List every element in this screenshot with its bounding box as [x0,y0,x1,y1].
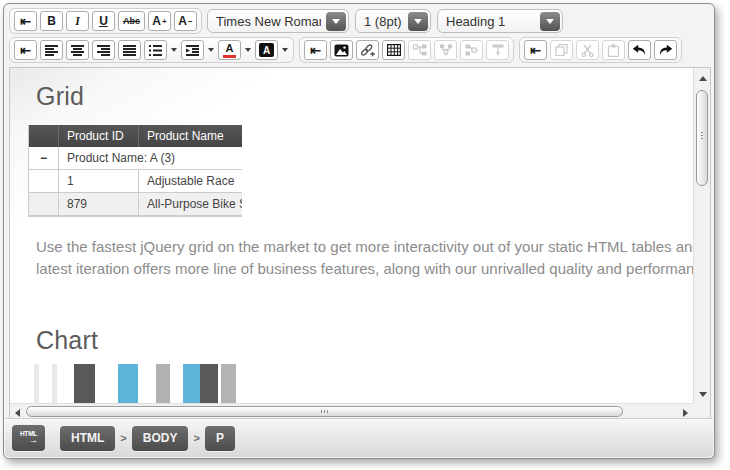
add-row-below-button[interactable] [486,40,509,60]
collapse-group-icon[interactable]: − [29,147,59,169]
redo-icon [658,44,673,56]
align-center-button[interactable] [66,40,89,60]
scrollbar-corner [693,403,710,419]
align-left-button[interactable] [40,40,63,60]
chart-bar [118,364,138,403]
format-block-select[interactable]: Heading 1 [437,9,563,33]
justify-button[interactable] [118,40,141,60]
italic-button[interactable]: I [66,11,89,31]
paragraph-line: Use the fastest jQuery grid on the marke… [36,236,693,258]
chart-bar [34,364,39,403]
scroll-right-icon[interactable] [683,409,688,417]
background-color-icon: A [259,43,274,57]
toolbar-drag-handle-icon[interactable]: ⇤ [14,40,37,60]
font-color-button[interactable]: A [218,40,241,60]
editor-window: ⇤ B I U Abc A+ A− Times New Roman 1 (8pt… [3,3,715,459]
breadcrumb-separator: > [120,432,126,444]
undo-button[interactable] [628,40,651,60]
chart-bar [52,364,57,403]
add-row-above-icon [439,44,453,56]
image-icon [334,44,349,57]
grid-section-heading: Grid [36,82,84,111]
toolbar-drag-handle-icon[interactable]: ⇤ [524,40,547,60]
font-color-caret-icon[interactable] [245,48,251,52]
bold-button[interactable]: B [40,11,63,31]
add-row-below-icon [491,44,505,56]
horizontal-scrollbar[interactable] [10,403,693,419]
add-column-left-button[interactable] [408,40,431,60]
add-column-right-button[interactable] [460,40,483,60]
breadcrumb-item-p[interactable]: P [205,426,235,451]
scroll-left-icon[interactable] [15,409,20,417]
element-path-bar: HTML → HTML > BODY > P [5,418,713,457]
vertical-scroll-thumb[interactable] [696,90,708,186]
paragraph-line: latest iteration offers more line of bus… [36,258,693,280]
view-html-button[interactable]: HTML → [12,425,45,451]
indent-button[interactable] [181,40,204,60]
insert-image-button[interactable] [330,40,353,60]
background-color-button[interactable]: A [255,40,278,60]
link-icon [360,44,375,57]
grid-header-row: Product ID Product Name [29,125,242,147]
product-name-cell: All-Purpose Bike Sta [139,193,242,215]
group-row-label: Product Name: A (3) [59,147,242,169]
grid-expand-column-header [29,125,59,147]
chevron-down-icon[interactable] [540,12,560,31]
grid-group-row: − Product Name: A (3) [29,147,242,170]
clipboard-icon [607,44,620,57]
breadcrumb-item-html[interactable]: HTML [60,426,115,451]
paste-button[interactable] [602,40,625,60]
insert-link-button[interactable] [356,40,379,60]
product-id-cell: 879 [59,193,139,215]
insert-tool-group: ⇤ [299,37,514,63]
align-right-button[interactable] [92,40,115,60]
copy-button[interactable] [550,40,573,60]
justify-icon [123,45,136,56]
indent-options-caret-icon[interactable] [208,48,214,52]
add-column-left-icon [413,44,427,56]
chart-section-heading: Chart [36,326,98,355]
underline-button[interactable]: U [92,11,115,31]
chevron-down-icon[interactable] [326,12,346,31]
font-name-select[interactable]: Times New Roman [207,9,349,33]
create-table-button[interactable] [382,40,405,60]
chart-bar [183,364,200,403]
scissors-icon [581,44,594,57]
chart-bar [200,364,218,403]
unordered-list-button[interactable] [144,40,167,60]
add-column-right-icon [465,44,479,56]
strikethrough-button[interactable]: Abc [123,16,140,26]
toolbar-drag-handle-icon[interactable]: ⇤ [14,11,37,31]
clipboard-tool-group: ⇤ [519,37,682,63]
table-row: 1 Adjustable Race [29,170,242,193]
thumb-grip-icon [701,132,703,140]
font-size-value: 1 (8pt) [364,14,403,29]
background-color-caret-icon[interactable] [282,48,288,52]
paragraph-tool-group: ⇤ [9,37,294,63]
grid-column-header: Product ID [59,125,139,147]
horizontal-scroll-thumb[interactable] [26,406,623,417]
product-id-cell: 1 [59,170,139,192]
toolbar-row-1: ⇤ B I U Abc A+ A− Times New Roman 1 (8pt… [9,8,569,34]
scroll-up-icon[interactable] [699,76,707,81]
breadcrumb-item-body[interactable]: BODY [132,426,189,451]
body-paragraph: Use the fastest jQuery grid on the marke… [36,236,693,280]
cut-button[interactable] [576,40,599,60]
chevron-down-icon[interactable] [408,12,428,31]
editor-content-area[interactable]: Grid Product ID Product Name − Product N… [9,67,711,420]
redo-button[interactable] [654,40,677,60]
toolbar-drag-handle-icon[interactable]: ⇤ [304,40,327,60]
font-size-select[interactable]: 1 (8pt) [355,9,431,33]
align-left-icon [45,45,58,56]
add-row-above-button[interactable] [434,40,457,60]
list-options-caret-icon[interactable] [171,48,177,52]
increase-font-button[interactable]: A+ [148,11,171,31]
indent-icon [186,45,199,56]
thumb-grip-icon [321,410,329,413]
align-center-icon [71,45,84,56]
font-style-tool-group: ⇤ B I U Abc A+ A− [9,8,202,34]
vertical-scrollbar[interactable] [693,68,710,403]
editor-canvas[interactable]: Grid Product ID Product Name − Product N… [10,68,693,403]
scroll-down-icon[interactable] [699,392,707,397]
decrease-font-button[interactable]: A− [174,11,197,31]
